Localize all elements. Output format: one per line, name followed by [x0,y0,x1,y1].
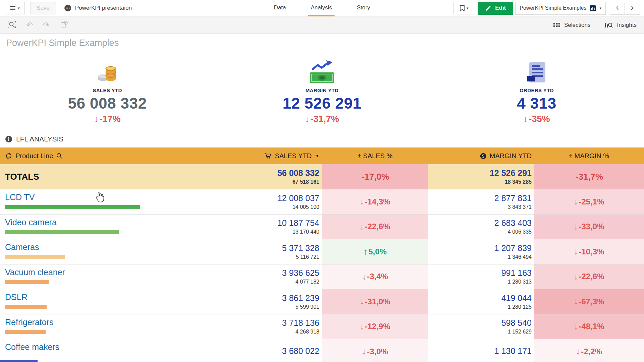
tab-data[interactable]: Data [271,0,289,16]
tab-analysis[interactable]: Analysis [308,0,334,16]
money-trend-icon [308,60,336,84]
trend-down-icon: ↓ [305,114,309,124]
product-link[interactable]: Video camera [5,218,57,227]
clear-selections-icon[interactable] [60,20,68,30]
sales-pct-cell[interactable]: ↓-31,0% [322,289,428,314]
sales-cell[interactable]: 5 371 3285 116 721 [216,239,322,264]
column-header-sales-ytd[interactable]: SALES YTD ▼ [216,147,322,164]
undo-icon[interactable]: ↶ [26,21,33,29]
trend-arrow-icon: ↓ [574,296,578,307]
app-icon [64,4,71,12]
sales-cell[interactable]: 3 680 022 [216,339,322,362]
sales-pct-cell[interactable]: ↑5,0% [322,239,428,264]
column-header-margin-ytd[interactable]: $ MARGIN YTD [428,147,534,164]
sheet-selector[interactable]: PowerKPI Simple Examples ▾ [515,2,606,15]
product-link[interactable]: LCD TV [5,193,35,202]
cart-icon [264,152,272,160]
sales-pct-cell[interactable]: ↓-3,0% [322,339,428,362]
redo-icon[interactable]: ↷ [43,21,50,29]
sheet-chart-icon [589,5,596,12]
trend-arrow-icon: ↓ [360,321,364,332]
margin-header-label: MARGIN YTD [490,152,532,160]
tab-story[interactable]: Story [354,0,373,16]
smart-search-icon[interactable] [7,20,16,30]
save-button[interactable]: Save [30,2,56,14]
product-link[interactable]: Cameras [5,243,39,252]
margin-cell[interactable]: 419 0441 280 125 [428,289,534,314]
margin-cell[interactable]: 1 130 171 [428,339,534,362]
orders-document-icon [526,60,547,84]
margin-cell[interactable]: 2 683 4034 006 335 [428,215,534,239]
totals-margin-cell: 12 526 291 18 345 285 [428,164,534,189]
sales-cell[interactable]: 3 718 1364 268 918 [216,314,322,339]
previous-sheet-button[interactable]: ‹ [610,2,625,15]
table-row: Refrigerators 3 718 1364 268 918 ↓-12,9%… [0,314,644,340]
margin-cell[interactable]: 991 1631 280 313 [428,264,534,289]
kpi-change: -35% [529,114,550,124]
product-bar [5,205,140,209]
column-header-product-line[interactable]: Product Line [0,147,216,164]
global-menu-button[interactable]: ▾ [5,2,25,14]
insights-tool[interactable]: Insights [604,21,637,29]
table-header: Product Line SALES YTD ▼ ± SALES % $ MAR… [0,147,644,164]
margin-pct-cell[interactable]: ↓-10,3% [534,239,644,264]
totals-margin-pct-cell: -31,7% [534,164,644,189]
sales-cell[interactable]: 12 008 03714 005 100 [216,189,322,214]
kpi-sales-ytd[interactable]: SALES YTD 56 008 332 ↓ -17% [0,60,215,124]
bookmark-icon [460,5,465,11]
margin-pct-cell[interactable]: ↓-22,6% [534,264,644,289]
kpi-label: MARGIN YTD [306,87,339,93]
selections-toolbar: ↶ ↷ Selections Insights [0,16,644,34]
kpi-value: 56 008 332 [68,94,147,112]
trend-arrow-icon: ↓ [362,272,366,282]
next-sheet-button[interactable]: › [625,2,640,15]
margin-cell[interactable]: 2 877 8313 843 371 [428,189,534,214]
trend-down-icon: ↓ [523,114,528,124]
product-link[interactable]: Refrigerators [5,318,54,327]
sales-pct-cell[interactable]: ↓-12,9% [322,314,428,339]
sheet-title: PowerKPI Simple Examples [0,34,644,48]
sales-pct-cell[interactable]: ↓-22,6% [322,215,428,239]
product-link[interactable]: Vacuum cleaner [5,268,65,277]
chevron-down-icon: ▾ [467,6,469,10]
app-title-group[interactable]: PowerKPI presentaion [64,4,132,12]
margin-cell[interactable]: 1 207 8391 346 494 [428,239,534,264]
product-bar [5,280,49,284]
sales-cell[interactable]: 3 861 2395 599 901 [216,289,322,314]
product-link[interactable]: Coffee makers [5,343,59,352]
chevron-down-icon: ▾ [599,6,601,10]
product-link[interactable]: DSLR [5,293,28,302]
column-header-margin-pct[interactable]: ± MARGIN % [534,147,644,164]
totals-sales-pct-cell: -17,0% [322,164,428,189]
kpi-margin-ytd[interactable]: MARGIN YTD 12 526 291 ↓ -31,7% [215,60,429,124]
margin-cell[interactable]: 598 5401 152 629 [428,314,534,339]
trend-arrow-icon: ↓ [576,346,580,357]
margin-pct-cell[interactable]: ↓-67,3% [534,289,644,314]
chevron-right-icon: › [631,3,634,12]
kpi-change: -17% [99,114,120,124]
kpi-change: -31,7% [310,114,339,124]
edit-button[interactable]: Edit [478,2,513,15]
search-icon[interactable] [56,153,63,159]
totals-label: TOTALS [0,164,216,189]
selections-tool[interactable]: Selections [553,21,590,29]
kpi-orders-ytd[interactable]: ORDERS YTD 4 313 ↓ -35% [429,60,644,124]
trend-arrow-icon: ↓ [574,196,578,207]
horizontal-scrollbar[interactable] [0,360,38,362]
sales-pct-cell[interactable]: ↓-14,3% [322,189,428,214]
totals-sales-cell: 56 008 332 67 518 161 [216,164,322,189]
column-header-sales-pct[interactable]: ± SALES % [322,147,428,164]
section-title: LFL ANALYSIS [16,135,63,143]
topbar-right: ▾ Edit PowerKPI Simple Examples ▾ ‹ › [453,2,640,15]
sales-cell[interactable]: 10 187 75413 170 440 [216,215,322,239]
bookmark-button[interactable]: ▾ [453,2,474,14]
table-row: Vacuum cleaner 3 936 6254 077 182 ↓-3,4%… [0,264,644,290]
sales-pct-cell[interactable]: ↓-3,4% [322,264,428,289]
margin-pct-cell[interactable]: ↓-2,2% [534,339,644,362]
margin-pct-cell[interactable]: ↓-48,1% [534,314,644,339]
margin-pct-cell[interactable]: ↓-33,0% [534,215,644,239]
edit-label: Edit [495,5,506,11]
toolbar-right: Selections Insights [553,21,637,29]
sales-cell[interactable]: 3 936 6254 077 182 [216,264,322,289]
margin-pct-cell[interactable]: ↓-25,1% [534,189,644,214]
